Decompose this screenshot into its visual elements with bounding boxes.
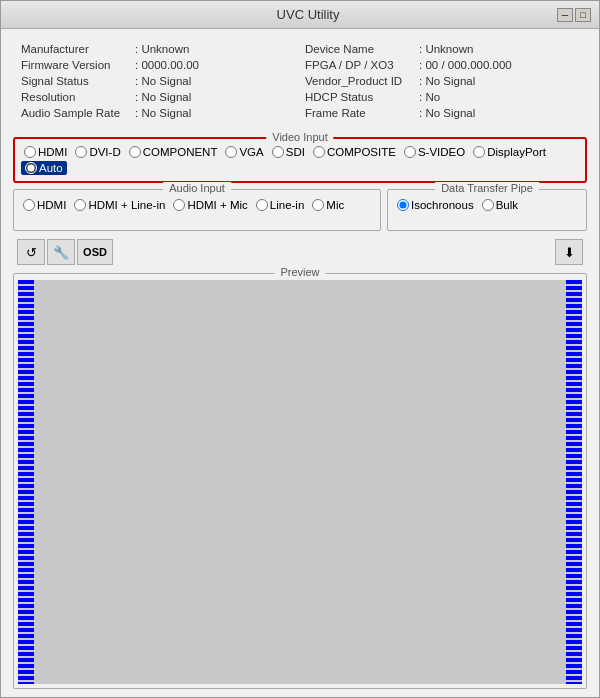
video-input-auto[interactable]: Auto xyxy=(21,161,67,175)
video-input-label: Video Input xyxy=(266,131,333,143)
audio-input-linein[interactable]: Line-in xyxy=(253,198,308,212)
window-controls: ─ □ xyxy=(557,8,591,22)
resolution-value: : No Signal xyxy=(135,91,191,103)
preview-stripe-left xyxy=(18,280,34,684)
info-row-manufacturer: Manufacturer : Unknown xyxy=(21,41,295,57)
video-input-hdmi[interactable]: HDMI xyxy=(21,145,70,159)
audio-input-hdmi-linein[interactable]: HDMI + Line-in xyxy=(71,198,168,212)
info-row-fpga: FPGA / DP / XO3 : 00 / 000.000.000 xyxy=(305,57,579,73)
info-right: Device Name : Unknown FPGA / DP / XO3 : … xyxy=(305,41,579,121)
manufacturer-value: : Unknown xyxy=(135,43,189,55)
toolbar: ↺ 🔧 OSD ⬇ xyxy=(13,237,587,267)
download-button[interactable]: ⬇ xyxy=(555,239,583,265)
info-row-audio-rate: Audio Sample Rate : No Signal xyxy=(21,105,295,121)
wrench-icon: 🔧 xyxy=(53,245,69,260)
hdcp-value: : No xyxy=(419,91,440,103)
vendor-label: Vendor_Product ID xyxy=(305,75,415,87)
device-label: Device Name xyxy=(305,43,415,55)
refresh-button[interactable]: ↺ xyxy=(17,239,45,265)
data-transfer-section: Data Transfer Pipe Isochronous Bulk xyxy=(387,189,587,231)
video-input-composite[interactable]: COMPOSITE xyxy=(310,145,399,159)
signal-label: Signal Status xyxy=(21,75,131,87)
refresh-icon: ↺ xyxy=(26,245,37,260)
audio-input-hdmi-mic[interactable]: HDMI + Mic xyxy=(170,198,250,212)
framerate-label: Frame Rate xyxy=(305,107,415,119)
main-content: Manufacturer : Unknown Firmware Version … xyxy=(1,29,599,697)
video-input-radio-group: HDMI DVI-D COMPONENT VGA SDI COMPOSITE xyxy=(21,145,579,175)
info-row-hdcp: HDCP Status : No xyxy=(305,89,579,105)
framerate-value: : No Signal xyxy=(419,107,475,119)
auto-label: Auto xyxy=(39,162,63,174)
info-row-vendor: Vendor_Product ID : No Signal xyxy=(305,73,579,89)
data-transfer-label: Data Transfer Pipe xyxy=(435,182,539,194)
video-input-sdi[interactable]: SDI xyxy=(269,145,308,159)
download-icon: ⬇ xyxy=(564,245,575,260)
signal-value: : No Signal xyxy=(135,75,191,87)
video-input-vga[interactable]: VGA xyxy=(222,145,266,159)
video-input-displayport[interactable]: DisplayPort xyxy=(470,145,549,159)
fpga-label: FPGA / DP / XO3 xyxy=(305,59,415,71)
preview-content xyxy=(18,280,582,684)
video-input-svideo[interactable]: S-VIDEO xyxy=(401,145,468,159)
hdcp-label: HDCP Status xyxy=(305,91,415,103)
info-left: Manufacturer : Unknown Firmware Version … xyxy=(21,41,295,121)
preview-section: Preview xyxy=(13,273,587,689)
info-row-firmware: Firmware Version : 0000.00.00 xyxy=(21,57,295,73)
audio-input-label: Audio Input xyxy=(163,182,231,194)
preview-stripe-right xyxy=(566,280,582,684)
data-transfer-radio-group: Isochronous Bulk xyxy=(394,198,580,212)
info-row-framerate: Frame Rate : No Signal xyxy=(305,105,579,121)
manufacturer-label: Manufacturer xyxy=(21,43,131,55)
audio-rate-value: : No Signal xyxy=(135,107,191,119)
audio-input-radio-group: HDMI HDMI + Line-in HDMI + Mic Line-in M… xyxy=(20,198,374,212)
audio-input-section: Audio Input HDMI HDMI + Line-in HDMI + M… xyxy=(13,189,381,231)
audio-rate-label: Audio Sample Rate xyxy=(21,107,131,119)
fpga-value: : 00 / 000.000.000 xyxy=(419,59,512,71)
preview-label: Preview xyxy=(274,266,325,278)
audio-input-mic[interactable]: Mic xyxy=(309,198,347,212)
maximize-button[interactable]: □ xyxy=(575,8,591,22)
toolbar-left: ↺ 🔧 OSD xyxy=(17,239,113,265)
data-transfer-isochronous[interactable]: Isochronous xyxy=(394,198,477,212)
info-row-device: Device Name : Unknown xyxy=(305,41,579,57)
lower-panels: Audio Input HDMI HDMI + Line-in HDMI + M… xyxy=(13,189,587,231)
info-grid: Manufacturer : Unknown Firmware Version … xyxy=(13,37,587,125)
video-input-component[interactable]: COMPONENT xyxy=(126,145,221,159)
device-value: : Unknown xyxy=(419,43,473,55)
settings-button[interactable]: 🔧 xyxy=(47,239,75,265)
info-row-signal: Signal Status : No Signal xyxy=(21,73,295,89)
firmware-value: : 0000.00.00 xyxy=(135,59,199,71)
video-input-section: Video Input HDMI DVI-D COMPONENT VGA SDI xyxy=(13,137,587,183)
main-window: UVC Utility ─ □ Manufacturer : Unknown F… xyxy=(0,0,600,698)
minimize-button[interactable]: ─ xyxy=(557,8,573,22)
info-row-resolution: Resolution : No Signal xyxy=(21,89,295,105)
window-title: UVC Utility xyxy=(59,7,557,22)
osd-button[interactable]: OSD xyxy=(77,239,113,265)
resolution-label: Resolution xyxy=(21,91,131,103)
data-transfer-bulk[interactable]: Bulk xyxy=(479,198,521,212)
titlebar: UVC Utility ─ □ xyxy=(1,1,599,29)
audio-input-hdmi[interactable]: HDMI xyxy=(20,198,69,212)
vendor-value: : No Signal xyxy=(419,75,475,87)
firmware-label: Firmware Version xyxy=(21,59,131,71)
video-input-dvid[interactable]: DVI-D xyxy=(72,145,123,159)
